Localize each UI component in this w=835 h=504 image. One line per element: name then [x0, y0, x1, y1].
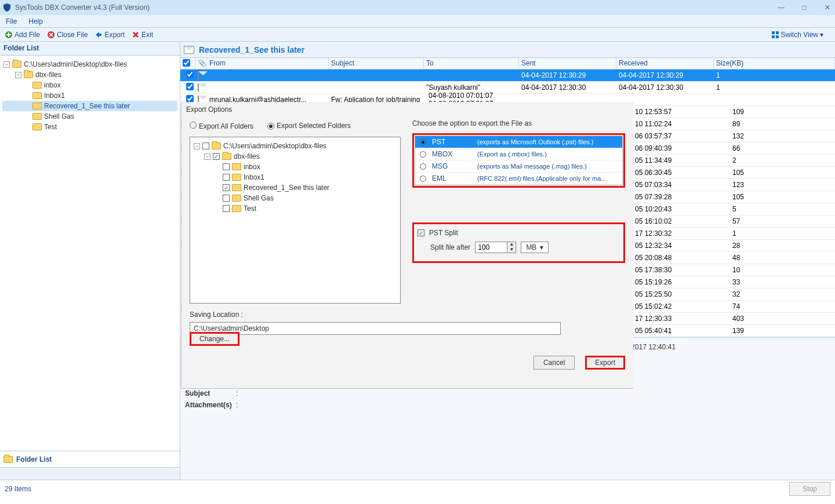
- format-mbox[interactable]: MBOX(Export as (.mbox) files.): [415, 148, 622, 160]
- spin-down-icon[interactable]: ▼: [507, 247, 515, 253]
- tree-item[interactable]: Test: [2, 122, 177, 132]
- status-bar: 29 Items Stop: [0, 480, 835, 497]
- export-selected-radio[interactable]: Export Selected Folders: [267, 122, 351, 130]
- tree-item[interactable]: Inbox1: [2, 90, 177, 101]
- col-sent[interactable]: Sent: [519, 58, 616, 69]
- folder-list-tab[interactable]: Folder List: [0, 451, 180, 467]
- export-all-radio[interactable]: Export All Folders: [190, 122, 253, 130]
- export-options-dialog: Export Options Export All Folders Export…: [181, 102, 633, 389]
- add-file-button[interactable]: Add File: [5, 31, 40, 39]
- tree-item[interactable]: Shell Gas: [2, 111, 177, 122]
- split-unit-select[interactable]: MB▾: [521, 242, 549, 253]
- folder-icon: [32, 92, 42, 99]
- cancel-button[interactable]: Cancel: [533, 356, 575, 370]
- collapse-icon[interactable]: −: [15, 72, 21, 78]
- window-title: SysTools DBX Converter v4.3 (Full Versio…: [15, 3, 776, 12]
- tree-item[interactable]: inbox: [2, 80, 177, 90]
- format-list-highlight: PST(exports as Microsoft Outlook (.pst) …: [412, 133, 625, 188]
- folder-icon: [32, 82, 42, 89]
- folder-tree[interactable]: − C:\Users\admin\Desktop\dbx-files − dbx…: [0, 56, 180, 451]
- stop-button[interactable]: Stop: [789, 482, 830, 496]
- exit-button[interactable]: Exit: [132, 31, 153, 39]
- tree-item-selected[interactable]: Recovered_1_See this later: [2, 101, 177, 111]
- app-icon: [2, 3, 12, 12]
- format-eml[interactable]: EML(RFC 822(.eml) files.(Applicable only…: [415, 173, 622, 185]
- export-button[interactable]: Export: [95, 31, 125, 39]
- folder-title: Recovered_1_See this later: [199, 45, 304, 54]
- status-text: 29 Items: [5, 485, 31, 493]
- choose-format-label: Choose the option to export the File as: [412, 119, 625, 127]
- folder-icon: [12, 61, 21, 68]
- format-list[interactable]: PST(exports as Microsoft Outlook (.pst) …: [415, 136, 623, 185]
- col-subject[interactable]: Subject: [329, 58, 424, 69]
- menu-file[interactable]: File: [6, 17, 17, 25]
- svg-rect-4: [772, 35, 775, 38]
- menu-help[interactable]: Help: [28, 17, 43, 25]
- exit-icon: [132, 31, 140, 39]
- export-confirm-button[interactable]: Export: [585, 356, 625, 370]
- col-size[interactable]: Size(KB): [714, 58, 835, 69]
- folder-list-header: Folder List: [0, 42, 180, 56]
- table-row[interactable]: 04-04-2017 12:30:29 04-04-2017 12:30:29 …: [180, 70, 835, 82]
- close-button[interactable]: ✕: [822, 3, 833, 12]
- titlebar: SysTools DBX Converter v4.3 (Full Versio…: [0, 0, 835, 15]
- svg-rect-5: [776, 35, 779, 38]
- col-from[interactable]: From: [207, 58, 329, 69]
- pst-split-highlight: ✓ PST Split Split file after ▲▼ MB▾: [412, 222, 625, 263]
- svg-rect-3: [776, 31, 779, 34]
- col-to[interactable]: To: [424, 58, 519, 69]
- collapse-icon[interactable]: −: [3, 61, 10, 68]
- menubar: File Help: [0, 15, 835, 28]
- grid-icon: [771, 31, 779, 39]
- folder-icon: [32, 103, 42, 109]
- col-received[interactable]: Received: [616, 58, 714, 69]
- mail-pane-header: Recovered_1_See this later: [180, 42, 835, 58]
- tree-root[interactable]: − C:\Users\admin\Desktop\dbx-files: [2, 59, 177, 70]
- dialog-title: Export Options: [181, 102, 633, 119]
- export-icon: [95, 31, 103, 39]
- sidebar-bottom: [0, 467, 180, 480]
- format-msg[interactable]: MSG(exports as Mail message (.msg) files…: [415, 160, 622, 173]
- close-file-button[interactable]: Close File: [47, 31, 88, 39]
- change-button[interactable]: Change...: [190, 332, 239, 346]
- close-icon: [47, 31, 55, 39]
- svg-rect-2: [772, 31, 775, 34]
- split-size-input[interactable]: ▲▼: [475, 242, 516, 253]
- toolbar: Add File Close File Export Exit Switch V…: [0, 28, 835, 42]
- envelope-icon: [184, 46, 194, 54]
- format-pst[interactable]: PST(exports as Microsoft Outlook (.pst) …: [415, 136, 622, 148]
- switch-view-button[interactable]: Switch View ▾: [771, 31, 823, 39]
- minimize-button[interactable]: —: [776, 3, 786, 12]
- folder-select-tree[interactable]: −C:\Users\admin\Desktop\dbx-files −✓dbx-…: [190, 137, 401, 304]
- saving-location-label: Saving Location :: [190, 311, 625, 319]
- folder-icon: [3, 456, 13, 463]
- maximize-button[interactable]: □: [799, 3, 809, 12]
- pst-split-checkbox[interactable]: ✓: [418, 229, 424, 236]
- tree-item-dbx[interactable]: − dbx-files: [2, 70, 177, 80]
- select-all-checkbox[interactable]: [183, 59, 190, 67]
- saving-path-input[interactable]: C:\Users\admin\Desktop: [190, 322, 561, 335]
- grid-header: 📎 From Subject To Sent Received Size(KB): [180, 58, 835, 70]
- plus-icon: [5, 31, 13, 39]
- folder-icon: [32, 113, 42, 120]
- chevron-down-icon: ▾: [540, 243, 543, 251]
- folder-icon: [24, 71, 33, 78]
- chevron-down-icon: ▾: [820, 31, 823, 39]
- attachment-column[interactable]: 📎: [195, 58, 207, 69]
- folder-icon: [32, 123, 42, 130]
